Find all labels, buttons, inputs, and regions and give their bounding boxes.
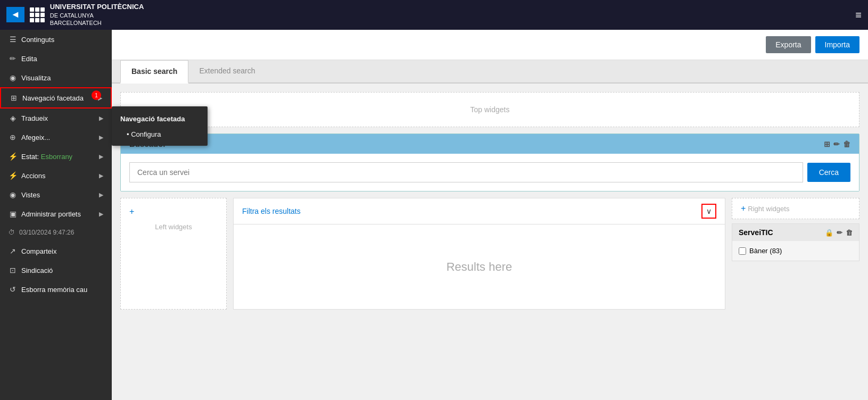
sidebar-item-administrar-portlets[interactable]: ▣ Administrar portlets ▶ <box>0 204 112 223</box>
widgets-row: + Left widgets Filtra els resultats ∨ Re… <box>120 198 859 310</box>
edita-icon: ✏ <box>9 54 17 63</box>
tab-extended-search[interactable]: Extended search <box>188 60 266 84</box>
sidebar-item-sindicacio[interactable]: ⊡ Sindicació <box>0 261 112 280</box>
sidebar-item-label: Vistes <box>21 191 95 199</box>
buscador-widget: Buscador ⊞ ✏ 🗑 Cerca <box>120 134 859 191</box>
buscador-move-icon[interactable]: ⊞ <box>824 140 830 148</box>
tradueix-icon: ◈ <box>9 114 17 122</box>
results-text: Results here <box>447 260 512 274</box>
left-widgets-label: Left widgets <box>129 223 218 231</box>
sidebar-item-accions[interactable]: ⚡ Accions ▶ <box>0 166 112 185</box>
esborra-icon: ↺ <box>9 285 17 294</box>
logo-grid-icon <box>30 7 45 22</box>
chevron-right-icon: ▶ <box>99 191 103 198</box>
sidebar-item-comparteix[interactable]: ↗ Comparteix <box>0 241 112 261</box>
sidebar-item-edita[interactable]: ✏ Edita <box>0 49 112 68</box>
sidebar-item-label: Esborra memòria cau <box>21 286 103 294</box>
accions-icon: ⚡ <box>9 171 17 180</box>
filter-bar[interactable]: Filtra els resultats ∨ <box>233 198 725 224</box>
back-button[interactable]: ◄ <box>6 7 24 22</box>
dropdown-item-configura[interactable]: Configura <box>112 127 208 141</box>
sidebar: ☰ Continguts ✏ Edita ◉ Visualitza ⊞ Nave… <box>0 30 112 400</box>
logo-area: UNIVERSITAT POLITÈCNICA DE CATALUNYA BAR… <box>30 3 144 27</box>
search-input[interactable] <box>129 162 803 182</box>
sidebar-item-label: Comparteix <box>21 247 103 255</box>
right-widgets-area: + Right widgets ServeiTIC 🔒 ✏ 🗑 <box>732 198 859 310</box>
header-left: ◄ UNIVERSITAT POLITÈCNICA DE CATALUNYA B… <box>6 3 144 27</box>
baner-label: Bàner (83) <box>749 247 782 255</box>
sidebar-item-label: Edita <box>21 55 103 63</box>
servei-tic-edit-icon[interactable]: ✏ <box>837 229 842 237</box>
sindicacio-icon: ⊡ <box>9 266 17 274</box>
buscador-delete-icon[interactable]: 🗑 <box>843 140 850 148</box>
cerca-button[interactable]: Cerca <box>807 163 850 182</box>
filter-item: Bàner (83) <box>739 245 853 256</box>
logo-text: UNIVERSITAT POLITÈCNICA DE CATALUNYA BAR… <box>50 3 144 27</box>
baner-checkbox[interactable] <box>739 247 746 255</box>
clock-icon: ⏱ <box>9 229 15 236</box>
nav-badge: 1 <box>92 90 101 100</box>
exporta-button[interactable]: Exporta <box>766 36 811 53</box>
estat-icon: ⚡ <box>9 152 17 161</box>
sidebar-item-label: Tradueix <box>21 114 95 122</box>
buscador-body: Cerca <box>121 154 859 191</box>
left-widgets-add-icon[interactable]: + <box>129 207 218 216</box>
top-header: ◄ UNIVERSITAT POLITÈCNICA DE CATALUNYA B… <box>0 0 868 30</box>
servei-tic-header: ServeiTIC 🔒 ✏ 🗑 <box>732 224 859 241</box>
buscador-edit-icon[interactable]: ✏ <box>833 140 840 148</box>
left-widgets-area: + Left widgets <box>120 198 227 310</box>
right-widgets-add-icon[interactable]: + <box>741 204 746 213</box>
navegacio-dropdown: Navegació facetada Configura <box>112 106 208 146</box>
dropdown-title: Navegació facetada <box>112 111 208 127</box>
sidebar-item-vistes[interactable]: ◉ Vistes ▶ <box>0 185 112 204</box>
sidebar-datetime: ⏱ 03/10/2024 9:47:26 <box>0 223 112 241</box>
right-widgets-header: + Right widgets <box>732 198 859 219</box>
servei-tic-icons: 🔒 ✏ 🗑 <box>825 229 853 237</box>
hamburger-icon[interactable]: ≡ <box>855 9 862 21</box>
servei-tic-widget: ServeiTIC 🔒 ✏ 🗑 Bàner (83) <box>732 223 859 261</box>
continguts-icon: ☰ <box>9 35 17 44</box>
navegacio-icon: ⊞ <box>10 94 18 102</box>
main-wrapper: ☰ Continguts ✏ Edita ◉ Visualitza ⊞ Nave… <box>0 30 868 400</box>
importa-button[interactable]: Importa <box>815 36 859 53</box>
chevron-right-icon: ▶ <box>99 134 103 141</box>
sidebar-item-navegacio-facetada[interactable]: ⊞ Navegació facetada 1 ▶ <box>0 87 112 109</box>
right-widgets-label: Right widgets <box>748 205 789 213</box>
sidebar-item-label: Afegeix... <box>21 134 95 141</box>
sidebar-item-label: Accions <box>21 172 95 180</box>
sidebar-item-label: Administrar portlets <box>21 210 95 218</box>
chevron-right-icon: ▶ <box>99 153 103 160</box>
datetime-value: 03/10/2024 9:47:26 <box>19 229 74 236</box>
buscador-header: Buscador ⊞ ✏ 🗑 <box>121 134 859 154</box>
top-widgets-area: Top widgets <box>120 92 859 127</box>
sidebar-item-visualitza[interactable]: ◉ Visualitza <box>0 68 112 87</box>
tab-basic-search[interactable]: Basic search <box>120 60 188 84</box>
content-toolbar: Exporta Importa <box>112 30 868 60</box>
chevron-right-icon: ▶ <box>99 172 103 179</box>
top-widgets-label: Top widgets <box>470 105 510 114</box>
sidebar-item-label: Continguts <box>21 36 103 44</box>
center-area: Filtra els resultats ∨ Results here <box>233 198 725 310</box>
vistes-icon: ◉ <box>9 190 17 199</box>
sidebar-item-esborra[interactable]: ↺ Esborra memòria cau <box>0 280 112 299</box>
sidebar-item-estat[interactable]: ⚡ Estat: Esborrany ▶ <box>0 147 112 166</box>
servei-tic-title: ServeiTIC <box>739 228 773 237</box>
sidebar-item-label: Sindicació <box>21 266 103 274</box>
servei-tic-delete-icon[interactable]: 🗑 <box>846 229 853 237</box>
servei-tic-body: Bàner (83) <box>732 241 859 261</box>
sidebar-item-continguts[interactable]: ☰ Continguts <box>0 30 112 49</box>
sidebar-item-tradueix[interactable]: ◈ Tradueix ▶ <box>0 109 112 128</box>
results-area: Results here <box>233 224 725 310</box>
chevron-right-icon: ▶ <box>99 211 103 218</box>
filter-chevron-icon: ∨ <box>706 207 712 215</box>
afegeix-icon: ⊕ <box>9 133 17 141</box>
sidebar-item-label: Estat: Esborrany <box>21 153 95 161</box>
portlets-icon: ▣ <box>9 210 17 218</box>
sidebar-item-afegeix[interactable]: ⊕ Afegeix... ▶ <box>0 128 112 147</box>
filter-chevron-box[interactable]: ∨ <box>701 204 716 219</box>
sidebar-item-label: Visualitza <box>21 74 103 82</box>
visualitza-icon: ◉ <box>9 73 17 82</box>
tabs-bar: Basic search Extended search <box>112 60 868 84</box>
estat-value: Esborrany <box>41 153 72 161</box>
servei-tic-lock-icon[interactable]: 🔒 <box>825 229 833 237</box>
